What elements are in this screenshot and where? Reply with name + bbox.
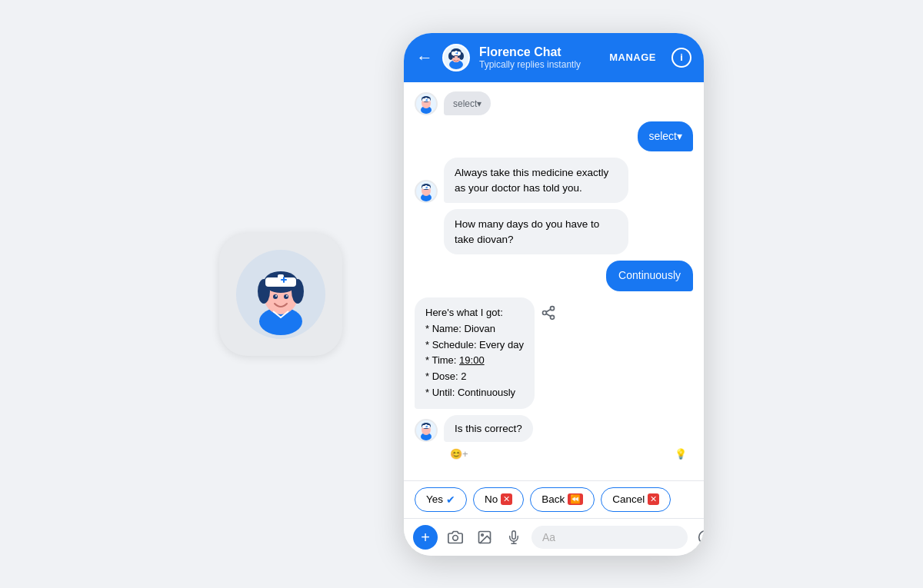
- chat-header: ← Florence Chat Typically replies: [404, 33, 704, 82]
- svg-rect-35: [425, 99, 428, 100]
- bot-avatar-small-4: [415, 419, 438, 442]
- svg-point-62: [699, 530, 704, 543]
- svg-rect-56: [425, 427, 428, 427]
- reaction-row: 😊+ 💡: [415, 448, 693, 460]
- svg-rect-10: [281, 279, 287, 281]
- svg-point-57: [453, 535, 458, 540]
- svg-line-47: [546, 314, 551, 316]
- svg-point-13: [275, 295, 277, 297]
- svg-line-48: [546, 309, 551, 311]
- svg-rect-43: [425, 188, 428, 188]
- user-bubble-1: select▾: [638, 121, 693, 152]
- bot-bubble-1: Always take this medicine exactly as you…: [444, 158, 628, 203]
- back-button[interactable]: ←: [416, 48, 433, 68]
- user-message-row-2: Continuously: [415, 261, 693, 291]
- app-icon-container: [219, 233, 342, 356]
- camera-button[interactable]: [444, 526, 467, 549]
- user-bubble-2: Continuously: [606, 261, 693, 291]
- svg-point-26: [453, 55, 455, 57]
- bot-message-row-1: Always take this medicine exactly as you…: [415, 158, 693, 203]
- user-message-row-1: select▾: [415, 121, 693, 152]
- bot-avatar-small-1: [415, 92, 438, 115]
- share-button[interactable]: [541, 305, 556, 324]
- message-input[interactable]: [531, 526, 688, 549]
- svg-point-11: [273, 294, 278, 299]
- svg-point-27: [458, 55, 459, 57]
- svg-rect-25: [455, 52, 458, 53]
- input-area: +: [404, 518, 704, 556]
- nurse-icon: [235, 248, 327, 341]
- partial-bubble: select▾: [444, 91, 491, 115]
- cancel-button-reply[interactable]: Cancel ✕: [601, 487, 671, 512]
- plus-button[interactable]: +: [413, 525, 438, 550]
- quick-replies-bar: Yes ✔ No ✕ Back ⏪ Cancel ✕: [404, 480, 704, 518]
- manage-button[interactable]: MANAGE: [609, 51, 656, 63]
- lightbulb-icon: 💡: [675, 448, 687, 460]
- svg-point-59: [481, 533, 484, 536]
- bot-message-row-2: How many days do you have to take diovan…: [415, 209, 693, 254]
- bot-avatar-small-2: [415, 180, 438, 203]
- svg-point-12: [284, 294, 288, 299]
- mic-button[interactable]: [502, 526, 525, 549]
- emoji-button[interactable]: [694, 526, 704, 549]
- messages-area: select▾ select▾: [404, 82, 704, 480]
- header-info: Florence Chat Typically replies instantl…: [479, 45, 600, 70]
- reaction-add-button[interactable]: 😊+: [450, 448, 468, 460]
- header-subtitle: Typically replies instantly: [479, 59, 600, 70]
- phone-container: ← Florence Chat Typically replies: [404, 33, 704, 556]
- header-avatar: [442, 44, 470, 71]
- back-button-reply[interactable]: Back ⏪: [530, 487, 595, 512]
- bot-bubble-2: How many days do you have to take diovan…: [444, 209, 628, 254]
- is-correct-row: Is this correct?: [415, 415, 693, 442]
- info-button[interactable]: i: [671, 48, 691, 68]
- image-button[interactable]: [473, 526, 496, 549]
- svg-point-14: [286, 295, 288, 297]
- no-button[interactable]: No ✕: [473, 487, 524, 512]
- summary-row: Here's what I got: * Name: Diovan * Sche…: [415, 297, 693, 409]
- header-title: Florence Chat: [479, 45, 600, 59]
- is-correct-bubble: Is this correct?: [444, 415, 533, 442]
- partial-message-row: select▾: [415, 91, 693, 115]
- yes-button[interactable]: Yes ✔: [415, 487, 467, 512]
- summary-bubble: Here's what I got: * Name: Diovan * Sche…: [415, 297, 535, 409]
